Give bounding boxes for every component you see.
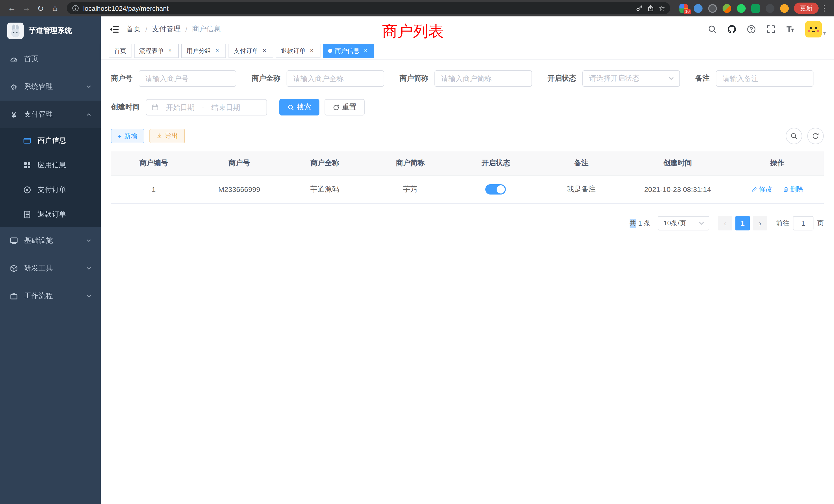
- merchant-no-input[interactable]: [139, 70, 236, 87]
- goto-label: 前往: [776, 219, 789, 228]
- export-button[interactable]: 导出: [149, 129, 184, 143]
- search-button[interactable]: 搜索: [279, 99, 320, 115]
- page-size-select[interactable]: 10条/页: [658, 216, 709, 230]
- add-button-label: 新增: [124, 131, 137, 141]
- forward-button[interactable]: →: [20, 4, 33, 13]
- refresh-table-button[interactable]: [807, 128, 824, 144]
- breadcrumb-payment[interactable]: 支付管理: [152, 25, 181, 34]
- extension-doc-icon[interactable]: [751, 4, 760, 13]
- page-size-value: 10条/页: [663, 219, 686, 228]
- fullscreen-icon[interactable]: [766, 25, 775, 34]
- sidebar-item-label: 基础设施: [24, 236, 53, 245]
- breadcrumb-current: 商户信息: [192, 25, 221, 34]
- tag-close-icon[interactable]: ×: [362, 47, 369, 54]
- sidebar-item-payment[interactable]: ¥ 支付管理: [0, 100, 101, 128]
- reload-button[interactable]: ↻: [34, 3, 47, 13]
- sidebar-item-app-info[interactable]: 应用信息: [0, 153, 101, 178]
- goto-page-input[interactable]: [793, 216, 813, 230]
- tag-close-icon[interactable]: ×: [308, 47, 315, 54]
- extension-blue-icon[interactable]: [694, 4, 703, 13]
- user-avatar[interactable]: ▾: [805, 21, 826, 38]
- back-button[interactable]: ←: [5, 4, 19, 13]
- short-name-input[interactable]: [435, 70, 532, 87]
- url-text: localhost:1024/pay/merchant: [83, 4, 169, 12]
- start-date-input[interactable]: [161, 102, 200, 112]
- sidebar-item-workflow[interactable]: 工作流程: [0, 282, 101, 310]
- sidebar-item-pay-order[interactable]: 支付订单: [0, 178, 101, 202]
- remark-input[interactable]: [716, 70, 813, 87]
- search-button-label: 搜索: [297, 102, 311, 112]
- status-toggle[interactable]: [486, 184, 506, 194]
- end-date-input[interactable]: [206, 102, 245, 112]
- add-button[interactable]: + 新增: [111, 129, 144, 143]
- password-key-icon[interactable]: [636, 5, 643, 12]
- extension-pin-icon[interactable]: [766, 4, 774, 13]
- cell-status: [453, 175, 539, 204]
- sidebar-fold-icon[interactable]: [109, 24, 119, 35]
- home-button[interactable]: ⌂: [48, 4, 62, 13]
- sidebar-item-merchant-info[interactable]: 商户信息: [0, 128, 101, 153]
- app-logo[interactable]: 芋道管理系统: [0, 17, 101, 45]
- extensions-area: 10: [679, 4, 789, 13]
- date-range-picker[interactable]: -: [146, 99, 267, 115]
- prev-page-button[interactable]: ‹: [718, 216, 732, 230]
- status-select[interactable]: 请选择开启状态: [583, 70, 680, 87]
- page-annotation-title: 商户列表: [382, 21, 444, 42]
- yen-icon: ¥: [9, 111, 19, 118]
- tag-close-icon[interactable]: ×: [261, 47, 268, 54]
- table-header-row: 商户编号 商户号 商户全称 商户简称 开启状态 备注 创建时间 操作: [111, 152, 824, 175]
- sidebar-item-home[interactable]: 首页: [0, 45, 101, 73]
- edit-link[interactable]: 修改: [751, 185, 772, 194]
- reset-button-label: 重置: [342, 102, 356, 112]
- reset-button[interactable]: 重置: [325, 99, 365, 115]
- browser-toolbar: ← → ↻ ⌂ localhost:1024/pay/merchant ☆ 10: [0, 0, 834, 17]
- sidebar-item-refund-order[interactable]: 退款订单: [0, 202, 101, 227]
- breadcrumb-separator: /: [185, 25, 188, 33]
- tag-home[interactable]: 首页: [109, 44, 131, 58]
- table-row: 1 M233666999 芋道源码 芋艿 我是备注 2021-10-23 08:…: [111, 175, 824, 204]
- breadcrumb-home[interactable]: 首页: [126, 25, 141, 34]
- tag-user-group[interactable]: 用户分组 ×: [181, 44, 226, 58]
- full-name-input[interactable]: [287, 70, 384, 87]
- sidebar-item-infrastructure[interactable]: 基础设施: [0, 227, 101, 255]
- edit-link-label: 修改: [759, 185, 772, 194]
- tag-label: 用户分组: [186, 46, 211, 55]
- col-header-full-name: 商户全称: [282, 152, 368, 175]
- sidebar-item-label: 支付管理: [24, 110, 53, 119]
- browser-menu-icon[interactable]: ⋮: [820, 4, 829, 13]
- tag-merchant-info[interactable]: 商户信息 ×: [323, 44, 374, 58]
- delete-link[interactable]: 删除: [783, 185, 804, 194]
- dashboard-icon: [9, 55, 19, 63]
- sidebar-item-dev-tools[interactable]: 研发工具: [0, 255, 101, 282]
- tag-pay-order[interactable]: 支付订单 ×: [228, 44, 273, 58]
- page-1-button[interactable]: 1: [736, 216, 750, 230]
- help-icon[interactable]: [747, 25, 756, 34]
- browser-update-button[interactable]: 更新: [794, 3, 818, 14]
- font-size-icon[interactable]: [786, 25, 795, 34]
- profile-avatar-icon[interactable]: [780, 4, 789, 13]
- export-button-label: 导出: [164, 131, 178, 141]
- extensions-puzzle-icon[interactable]: 10: [679, 4, 688, 13]
- share-icon[interactable]: [647, 5, 655, 12]
- filter-label: 商户全称: [251, 74, 280, 83]
- extension-avatar-icon[interactable]: [723, 4, 731, 13]
- chevron-down-icon: [86, 84, 91, 89]
- github-icon[interactable]: [727, 25, 737, 34]
- site-info-icon[interactable]: [72, 5, 79, 12]
- bookmark-star-icon[interactable]: ☆: [659, 4, 665, 12]
- extension-green-icon[interactable]: [737, 4, 746, 13]
- url-bar[interactable]: localhost:1024/pay/merchant ☆: [67, 2, 670, 14]
- tag-close-icon[interactable]: ×: [214, 47, 221, 54]
- edit-pencil-icon: [751, 186, 758, 192]
- tag-close-icon[interactable]: ×: [167, 47, 174, 54]
- tag-flow-form[interactable]: 流程表单 ×: [134, 44, 179, 58]
- sidebar-item-system[interactable]: ⚙ 系统管理: [0, 73, 101, 100]
- next-page-button[interactable]: ›: [753, 216, 767, 230]
- toggle-search-button[interactable]: [786, 128, 802, 144]
- refresh-icon: [333, 104, 339, 111]
- search-icon[interactable]: [708, 25, 717, 34]
- app-window: 芋道管理系统 首页 ⚙ 系统管理 ¥: [0, 17, 834, 504]
- extension-dark-icon[interactable]: [708, 4, 717, 13]
- table-toolbar-right: [786, 128, 824, 144]
- tag-refund-order[interactable]: 退款订单 ×: [276, 44, 321, 58]
